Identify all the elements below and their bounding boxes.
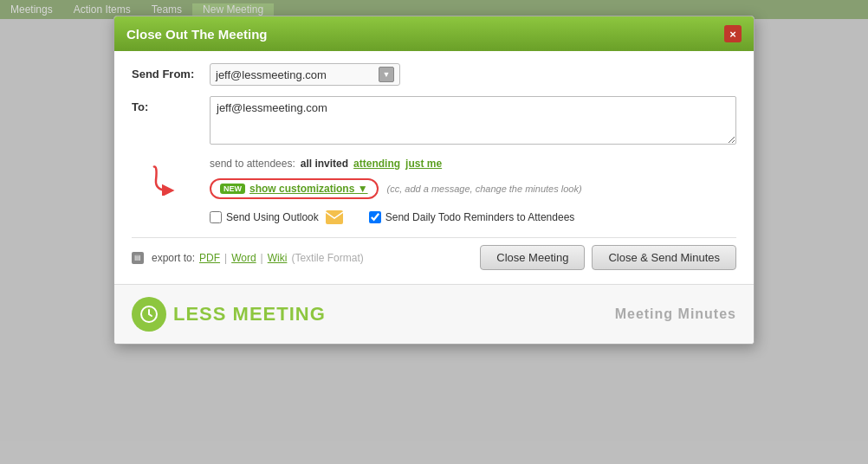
footer-row: ▤ export to: PDF | Word | Wiki (Textile …	[132, 237, 736, 275]
to-row: To: jeff@lessmeeting.com	[132, 96, 736, 147]
modal-header: Close Out The Meeting ×	[114, 16, 754, 51]
to-textarea[interactable]: jeff@lessmeeting.com	[210, 96, 736, 145]
modal-overlay: Close Out The Meeting × Send From: jeff@…	[0, 0, 868, 464]
customizations-hint: (cc, add a message, change the minutes l…	[387, 184, 582, 194]
export-wiki-link[interactable]: Wiki	[268, 252, 288, 264]
attendee-attending-link[interactable]: attending	[353, 158, 400, 170]
close-send-minutes-button[interactable]: Close & Send Minutes	[592, 245, 736, 270]
close-out-modal: Close Out The Meeting × Send From: jeff@…	[113, 16, 755, 345]
to-label: To:	[132, 96, 210, 113]
attendee-just-me-link[interactable]: just me	[405, 158, 442, 170]
close-meeting-button[interactable]: Close Meeting	[480, 245, 585, 270]
svg-rect-1	[326, 210, 343, 224]
action-buttons: Close Meeting Close & Send Minutes	[480, 245, 736, 270]
red-arrow-icon	[149, 163, 201, 196]
new-badge: NEW	[220, 184, 245, 194]
send-from-control: jeff@lessmeeting.com ▼	[210, 63, 736, 86]
send-daily-checkbox-item: Send Daily Todo Reminders to Attendees	[369, 211, 575, 223]
modal-title: Close Out The Meeting	[126, 27, 268, 42]
show-customizations-button[interactable]: NEW show customizations ▼	[210, 178, 379, 199]
checkboxes-row: Send Using Outlook Send Daily Todo Remin…	[132, 209, 736, 225]
meeting-minutes-label: Meeting Minutes	[615, 306, 736, 322]
modal-body: Send From: jeff@lessmeeting.com ▼ To: je…	[114, 51, 754, 284]
outlook-icon	[326, 209, 343, 225]
send-from-value: jeff@lessmeeting.com	[216, 68, 379, 81]
send-outlook-label: Send Using Outlook	[226, 211, 319, 223]
export-word-link[interactable]: Word	[231, 252, 256, 264]
modal-close-button[interactable]: ×	[724, 25, 742, 42]
attendees-row: send to attendees: all invited attending…	[132, 158, 736, 170]
send-daily-label: Send Daily Todo Reminders to Attendees	[385, 211, 575, 223]
customizations-row: NEW show customizations ▼ (cc, add a mes…	[210, 178, 736, 199]
export-wiki-format: (Textile Format)	[291, 252, 363, 264]
send-daily-checkbox[interactable]	[369, 211, 381, 223]
to-control: jeff@lessmeeting.com	[210, 96, 736, 147]
send-outlook-checkbox-item: Send Using Outlook	[210, 209, 343, 225]
send-from-label: Send From:	[132, 63, 210, 81]
export-icon: ▤	[132, 252, 144, 264]
show-customizations-text: show customizations ▼	[249, 183, 368, 195]
customizations-section: NEW show customizations ▼ (cc, add a mes…	[132, 178, 736, 199]
send-from-select[interactable]: jeff@lessmeeting.com ▼	[210, 63, 400, 86]
logo-text: LESS MEETING	[173, 303, 326, 325]
export-pdf-link[interactable]: PDF	[199, 252, 220, 264]
export-section: ▤ export to: PDF | Word | Wiki (Textile …	[132, 252, 364, 264]
less-meeting-logo: LESS MEETING	[132, 297, 326, 332]
attendees-label: send to attendees:	[210, 158, 295, 170]
modal-preview: LESS MEETING Meeting Minutes	[114, 284, 754, 344]
attendee-all-invited-link[interactable]: all invited	[301, 158, 348, 170]
export-label: export to:	[152, 252, 195, 264]
send-from-dropdown-arrow[interactable]: ▼	[379, 67, 394, 82]
logo-clock-icon	[132, 297, 166, 332]
send-outlook-checkbox[interactable]	[210, 211, 222, 223]
send-from-row: Send From: jeff@lessmeeting.com ▼	[132, 63, 736, 86]
